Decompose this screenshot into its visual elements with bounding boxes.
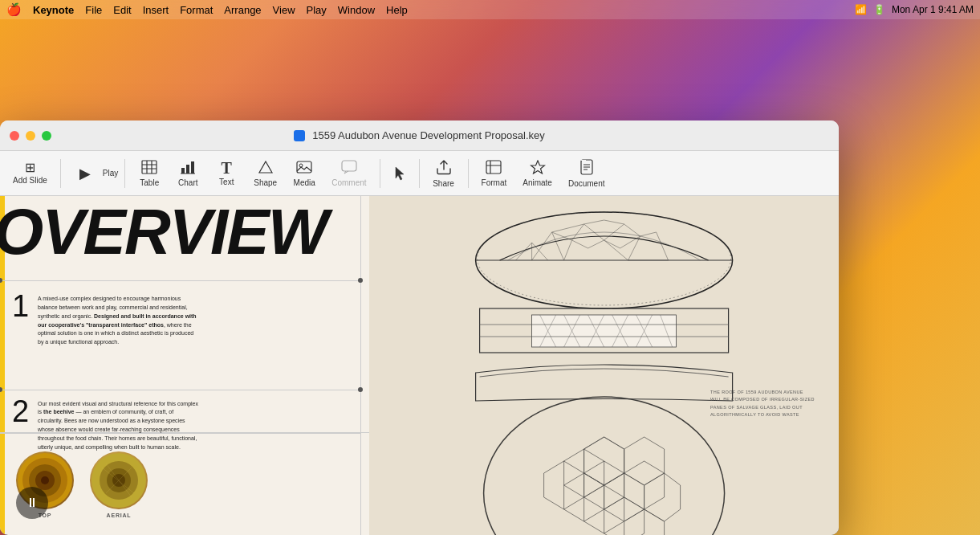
document-button[interactable]: Document [562,156,612,191]
svg-rect-12 [342,161,356,171]
svg-line-30 [584,220,604,224]
chart-label: Chart [178,178,197,187]
menu-play[interactable]: Play [307,4,327,16]
menu-bar: 🍎 Keynote File Edit Insert Format Arrang… [0,0,980,19]
menu-edit[interactable]: Edit [113,4,131,16]
play-text: Play [103,169,118,178]
text-button[interactable]: T Text [209,157,244,190]
window-controls [10,131,51,141]
text-icon: T [222,160,232,176]
keynote-window: 1559 Audubon Avenue Development Proposal… [0,120,839,535]
table-icon [141,160,157,177]
menu-help[interactable]: Help [386,4,408,16]
comment-label: Comment [331,178,366,187]
menu-bar-left: 🍎 Keynote File Edit Insert Format Arrang… [6,2,408,17]
shape-icon [258,160,274,177]
document-icon [580,159,593,178]
add-slide-label: Add Slide [13,176,47,185]
maximize-button[interactable] [42,131,51,141]
roof-caption: THE ROOF OF 1559 AUDUBON AVENUE WILL BE … [710,389,815,419]
point-1: 1 A mixed-use complex designed to encour… [12,291,198,347]
svg-rect-20 [581,160,586,161]
close-button[interactable] [10,131,19,141]
chart-icon [180,160,196,177]
svg-line-38 [656,232,668,260]
svg-line-31 [604,220,624,224]
pause-icon: ⏸ [26,496,39,510]
toolbar-sep-1 [60,159,61,188]
slide-panel[interactable]: OVERVIEW 1 A mixed-use com [0,196,839,535]
media-button[interactable]: Media [287,157,322,190]
svg-rect-10 [297,161,311,173]
pause-button[interactable]: ⏸ [16,487,48,519]
animate-text: Animate [523,178,552,187]
table-label: Table [140,178,159,187]
menu-format[interactable]: Format [180,4,213,16]
menu-keynote[interactable]: Keynote [33,4,74,16]
menubar-wifi-icon: 📶 [855,4,867,15]
title-bar: 1559 Audubon Avenue Development Proposal… [0,120,839,151]
point-1-text: A mixed-use complex designed to encourag… [38,291,198,347]
aerial-image-item: AERIAL [90,451,148,518]
add-slide-button[interactable]: ⊞ Add Slide [6,158,54,188]
share-button[interactable]: Format Share [426,156,462,191]
animate-icon [530,160,546,177]
add-slide-icon: ⊞ [25,161,35,174]
svg-point-80 [41,476,49,484]
svg-rect-6 [186,165,189,174]
toolbar-sep-5 [468,159,469,188]
overview-title: OVERVIEW [0,200,327,264]
h-divider-top [0,280,360,281]
right-image-area: THE ROOF OF 1559 AUDUBON AVENUE WILL BE … [369,196,839,535]
menu-arrange[interactable]: Arrange [224,4,261,16]
play-button[interactable]: ▶ Share [67,163,103,184]
apple-menu[interactable]: 🍎 [6,2,22,17]
aerial-image [90,451,148,509]
canvas-area: OVERVIEW 1 A mixed-use com [0,196,839,535]
slide: OVERVIEW 1 A mixed-use com [0,196,839,535]
menu-bar-right: 📶 🔋 Mon Apr 1 9:41 AM [855,4,974,15]
menu-insert[interactable]: Insert [143,4,169,16]
bottom-images-section: TOP [0,433,360,535]
comment-icon [341,160,357,177]
play-icon: ▶ [79,166,91,181]
menubar-clock: Mon Apr 1 9:41 AM [892,4,974,15]
table-button[interactable]: Table [132,157,167,190]
architectural-drawing [369,196,839,535]
menubar-battery-icon: 🔋 [873,4,885,15]
svg-line-37 [640,232,656,236]
svg-marker-70 [644,473,680,521]
svg-rect-13 [486,161,501,174]
shape-button[interactable]: Shape [247,157,283,190]
document-label: Document [568,179,605,188]
point-1-num: 1 [12,291,30,347]
animate-button[interactable]: Document Animate [516,157,559,190]
media-icon [296,160,312,177]
cursor-tool [387,165,413,182]
svg-line-26 [563,240,571,260]
svg-line-41 [588,240,604,248]
h-divider-mid [0,390,360,390]
menu-view[interactable]: View [273,4,295,16]
toolbar: ⊞ Add Slide ▶ Share Play Table [0,151,839,196]
guide-dot-2 [358,278,363,283]
svg-line-36 [604,240,628,260]
v-divider [360,196,361,535]
svg-line-40 [571,240,588,248]
format-icon [486,160,502,177]
svg-line-44 [515,243,531,260]
menu-file[interactable]: File [85,4,102,16]
svg-marker-9 [259,161,272,173]
toolbar-sep-2 [124,159,125,188]
chart-button[interactable]: Chart [170,157,205,190]
window-title: 1559 Audubon Avenue Development Proposal… [294,129,545,141]
svg-rect-5 [181,168,185,174]
menu-window[interactable]: Window [338,4,375,16]
toolbar-sep-4 [419,159,420,188]
minimize-button[interactable] [26,131,35,141]
comment-button[interactable]: Comment [325,157,372,190]
format-button[interactable]: Animate Format [475,157,514,190]
shape-label: Shape [254,178,277,187]
media-label: Media [294,178,315,187]
aerial-image-label: AERIAL [107,513,132,518]
